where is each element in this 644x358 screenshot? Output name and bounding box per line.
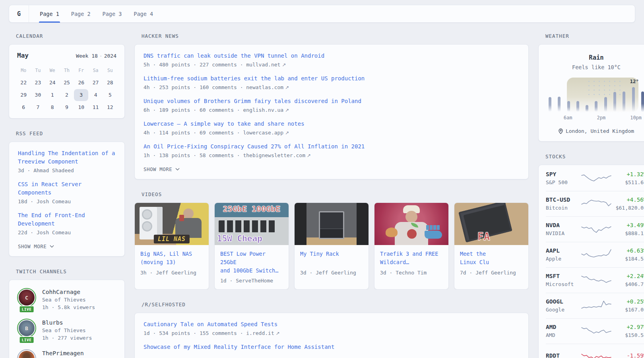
calendar-day: 1: [45, 89, 60, 101]
weekday-label: Th: [60, 64, 74, 76]
stock-id: RDDT: [546, 352, 579, 358]
hn-item-meta: 4h · 114 points · 69 comments · lowercas…: [144, 130, 520, 136]
tab-page-3[interactable]: Page 3: [97, 5, 128, 22]
weather-location-text[interactable]: London, United Kingdom: [566, 128, 634, 134]
hn-item: Lowercase – A simple way to take and sha…: [144, 120, 520, 136]
weather-section-label: WEATHER: [545, 33, 644, 39]
external-link-icon[interactable]: ↗: [282, 62, 286, 68]
calendar-day: 28: [103, 77, 117, 89]
hn-show-more-button[interactable]: SHOW MORE: [144, 166, 180, 172]
calendar-month: May: [17, 52, 29, 59]
tab-page-1[interactable]: Page 1: [34, 5, 65, 22]
external-link-icon[interactable]: ↗: [285, 130, 289, 136]
stock-row[interactable]: NVDANVIDIA +3.49%$888.12: [546, 216, 644, 242]
video-thumbnail[interactable]: LIL NAS: [135, 203, 209, 245]
thumbnail-art: [183, 208, 194, 219]
app-logo[interactable]: G: [9, 5, 29, 22]
stock-values: +4.56%$61,820.02: [614, 197, 644, 211]
rss-item-title[interactable]: The End of Front-End Development: [18, 211, 116, 228]
video-title[interactable]: BEST Low Power 25GbE and 100GbE Switch…: [220, 250, 283, 275]
hn-item-title[interactable]: Lithium-free sodium batteries exit the l…: [144, 74, 520, 83]
rss-item-title[interactable]: CSS in React Server Components: [18, 180, 116, 197]
twitch-channel-game[interactable]: Sea of Thieves: [42, 297, 95, 303]
external-link-icon[interactable]: ↗: [285, 107, 289, 113]
twitch-channel-name[interactable]: Blurbs: [42, 319, 92, 326]
calendar-day: 4: [88, 89, 103, 101]
video-thumbnail[interactable]: 25GbE 100GbE 15W Cheap: [215, 203, 289, 245]
weather-bar: [576, 101, 579, 112]
twitch-channel-name[interactable]: CohhCarnage: [42, 288, 95, 295]
stock-name: Microsoft: [546, 281, 579, 287]
left-column: CALENDAR May Week 18·2024 Mo Tu We Th Fr…: [9, 33, 125, 358]
video-thumbnail[interactable]: FA: [454, 203, 528, 245]
weather-hour-axis: 6am 2pm 10pm: [547, 115, 644, 121]
tab-page-4[interactable]: Page 4: [128, 5, 159, 22]
thumbnail-art: [386, 228, 398, 237]
external-link-icon[interactable]: ↗: [276, 331, 280, 336]
avatar[interactable]: B: [19, 320, 35, 336]
calendar-week-indicator: Week 18·2024: [76, 53, 116, 59]
twitch-section: TWITCH CHANNELS C LIVE CohhCarnage Sea o…: [9, 268, 125, 358]
reddit-item-title[interactable]: Showcase of my Mixed Reality Interface f…: [144, 343, 520, 351]
calendar-day: 25: [60, 77, 74, 89]
reddit-item-title[interactable]: Cautionary Tale on Automated Speed Tests: [144, 320, 520, 329]
twitch-channel-name[interactable]: ThePrimeagen: [42, 349, 84, 356]
video-title[interactable]: Big NAS, Lil NAS (moving 13): [140, 250, 203, 267]
hn-item-title[interactable]: Unique volumes of Brothers Grimm fairy t…: [144, 97, 520, 105]
avatar[interactable]: C: [19, 290, 35, 305]
thumbnail-caption: LIL NAS: [154, 235, 190, 243]
video-thumbnail[interactable]: [374, 203, 448, 245]
stock-change: +2.97%: [614, 324, 644, 330]
reddit-item: Cautionary Tale on Automated Speed Tests…: [144, 320, 520, 336]
stock-values: +2.24%$406.76: [614, 273, 644, 287]
rss-item-title[interactable]: Handling The Indentation of a Treeview C…: [18, 149, 116, 166]
video-title-line: (moving 13): [140, 258, 203, 267]
reddit-item-meta: 1d · 534 points · 155 comments · i.redd.…: [144, 330, 520, 336]
video-title[interactable]: My Tiny Rack: [300, 250, 363, 267]
stock-price: $150.50: [614, 332, 644, 338]
video-meta: 1d · ServeTheHome: [220, 278, 283, 284]
stock-row[interactable]: GOOGLGoogle +0.25%$167.03: [546, 293, 644, 318]
stock-sparkline: [580, 349, 612, 358]
hn-item-title[interactable]: Lowercase – A simple way to take and sha…: [144, 120, 520, 128]
avatar[interactable]: [19, 351, 35, 358]
stock-name: Bitcoin: [546, 205, 579, 211]
rss-show-more-button[interactable]: SHOW MORE: [18, 243, 54, 249]
hour-tick: 10pm: [630, 115, 642, 121]
stock-values: +2.97%$150.50: [614, 324, 644, 338]
twitch-channel-game[interactable]: Sea of Thieves: [42, 327, 92, 333]
thumbnail-art: [407, 229, 417, 239]
weather-bar: [641, 91, 644, 112]
video-title[interactable]: Meet the Linux Clu: [460, 250, 523, 267]
stocks-section: STOCKS SPYS&P 500 +1.32%$511.69 BTC-USDB…: [538, 154, 644, 358]
calendar-day: 8: [45, 101, 60, 113]
calendar-day: 6: [16, 101, 31, 113]
video-title[interactable]: Traefik 3 and FREE Wildcard…: [380, 250, 443, 267]
stock-row[interactable]: AAPLApple +6.63%$184.51: [546, 242, 644, 267]
stock-row[interactable]: AMDAMD +2.97%$150.50: [546, 318, 644, 344]
rss-card: Handling The Indentation of a Treeview C…: [9, 142, 125, 257]
stocks-section-label: STOCKS: [545, 154, 644, 160]
videos-section: VIDEOS LIL NAS Big N: [134, 191, 529, 290]
stock-name: NVIDIA: [546, 230, 579, 236]
weather-section: WEATHER Rain Feels like 10°C: [538, 33, 644, 142]
stock-change: +3.49%: [614, 222, 644, 228]
external-link-icon[interactable]: ↗: [285, 85, 289, 90]
video-meta: 3d · Techno Tim: [380, 270, 443, 276]
hn-item-title[interactable]: An Oil Price-Fixing Conspiracy Caused 27…: [144, 142, 520, 151]
external-link-icon[interactable]: ↗: [307, 153, 311, 158]
weather-condition: Rain: [545, 54, 644, 61]
weather-bar: [586, 105, 588, 112]
video-card: FA Meet the Linux Clu 7d · Jeff Geerling: [454, 202, 529, 290]
weekday-label: Mo: [16, 64, 31, 76]
stock-price: $184.51: [614, 256, 644, 262]
stock-row[interactable]: MSFTMicrosoft +2.24%$406.76: [546, 267, 644, 293]
tab-page-2[interactable]: Page 2: [65, 5, 97, 22]
stock-sparkline: [580, 298, 612, 313]
stock-row[interactable]: SPYS&P 500 +1.32%$511.69: [546, 166, 644, 191]
hn-item: Lithium-free sodium batteries exit the l…: [144, 74, 520, 90]
stock-row[interactable]: BTC-USDBitcoin +4.56%$61,820.02: [546, 191, 644, 216]
video-thumbnail[interactable]: [295, 203, 369, 245]
stock-row[interactable]: RDDT -1.59%: [546, 344, 644, 358]
hn-item-title[interactable]: DNS traffic can leak outside the VPN tun…: [144, 52, 520, 60]
